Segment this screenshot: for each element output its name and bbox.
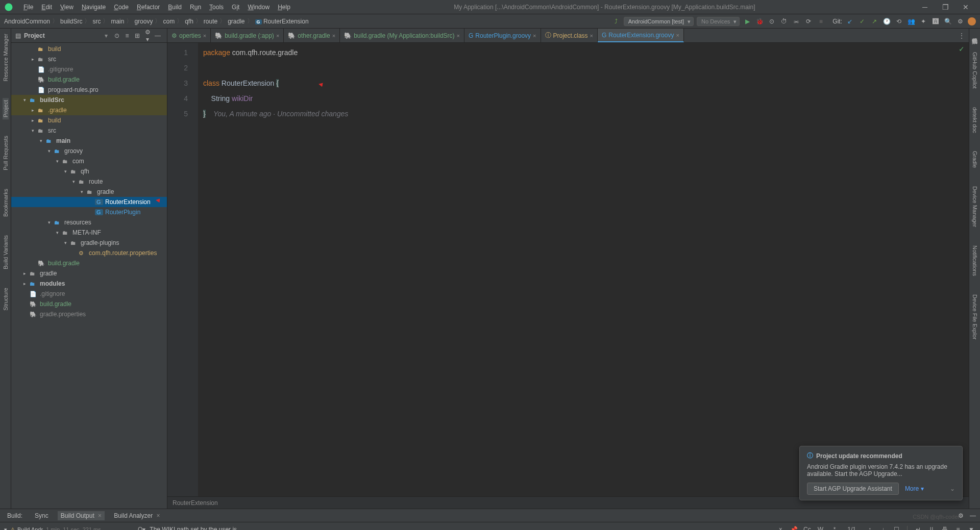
crumb[interactable]: gradle [228, 18, 244, 25]
tree-item[interactable]: GRouterPlugin [11, 207, 167, 217]
tree-item[interactable]: ▸🖿gradle [11, 268, 167, 279]
search-input[interactable]: The WIKI path set by the user is [150, 526, 772, 531]
menu-view[interactable]: View [56, 4, 78, 11]
git-history-icon[interactable]: 🕐 [882, 17, 891, 26]
crumb[interactable]: route [204, 18, 217, 25]
tree-item[interactable]: ▾🖿main [11, 136, 167, 146]
match-case-icon[interactable]: Cc [802, 526, 812, 531]
left-pull-requests[interactable]: Pull Requests [3, 134, 9, 172]
menu-run[interactable]: Run [186, 4, 205, 11]
crumb[interactable]: qfh [185, 18, 193, 25]
code-with-me-icon[interactable]: 👥 [906, 17, 916, 26]
device-combo[interactable]: No Devices [697, 17, 740, 26]
debug-button[interactable]: 🐞 [755, 17, 764, 26]
tree-item[interactable]: ▸🖿modules [11, 279, 167, 289]
run-config-combo[interactable]: AndroidCommon [test] [624, 17, 694, 26]
maximize-button[interactable]: ❐ [935, 3, 955, 11]
left-bookmarks[interactable]: Bookmarks [3, 187, 9, 219]
start-upgrade-button[interactable]: Start AGP Upgrade Assistant [807, 483, 899, 495]
search-close-icon[interactable]: × [776, 526, 785, 531]
tree-item[interactable]: ▾🖿resources [11, 217, 167, 228]
editor-tab[interactable]: 🐘build.gradle (:app)× [211, 29, 284, 42]
menu-refactor[interactable]: Refactor [133, 4, 164, 11]
tree-item[interactable]: 📄.gitignore [11, 64, 167, 74]
menu-code[interactable]: Code [110, 4, 133, 11]
crumb[interactable]: buildSrc [60, 18, 82, 25]
right-copilot[interactable]: GitHub Copilot [972, 50, 978, 91]
right-notifications[interactable]: Notifications [972, 243, 978, 278]
tree-item[interactable]: 🐘gradle.properties [11, 309, 167, 319]
crumb[interactable]: src [92, 18, 101, 25]
close-icon[interactable]: × [276, 33, 279, 39]
left-build-variants[interactable]: Build Variants [3, 233, 9, 271]
sync-button[interactable]: ⟳ [804, 17, 813, 26]
words-icon[interactable]: W [816, 526, 825, 531]
tree-item[interactable]: 📄proguard-rules.pro [11, 85, 167, 95]
build-tree-item[interactable]: ▾⚠Build Andr1 min, 11 sec, 221 ms [2, 524, 132, 530]
tree-item[interactable]: ▾🖿route [11, 176, 167, 187]
stop-button[interactable]: ■ [816, 17, 825, 26]
close-icon[interactable]: × [332, 33, 335, 39]
tree-item[interactable]: ▾🖿src [11, 125, 167, 136]
build-tab-analyzer[interactable]: Build Analyzer × [111, 511, 163, 520]
prev-match-icon[interactable]: ↑ [865, 526, 874, 531]
right-detekt[interactable]: detekt doc [972, 105, 978, 135]
panel-settings-button[interactable]: ⚙ ▾ [142, 29, 153, 43]
close-icon[interactable]: × [590, 33, 593, 39]
chevron-down-icon[interactable]: ⌄ [950, 485, 955, 492]
crumb-current[interactable]: G RouterExtension [255, 18, 309, 25]
crumb[interactable]: AndroidCommon [4, 18, 50, 25]
tree-item[interactable]: ⚙com.qfh.router.properties [11, 248, 167, 258]
right-file-explorer[interactable]: Device File Explor [972, 292, 978, 342]
right-gradle[interactable]: Gradle [972, 149, 978, 170]
ide-tools-icon[interactable]: ✦ [919, 17, 928, 26]
menu-edit[interactable]: Edit [37, 4, 56, 11]
soft-wrap-icon[interactable]: ↵ [914, 526, 923, 531]
regex-icon[interactable]: .* [829, 526, 838, 531]
search-pin-icon[interactable]: 📌 [789, 526, 798, 531]
tree-item[interactable]: 🐘build.gradle [11, 258, 167, 268]
analysis-ok-icon[interactable]: ✓ [959, 45, 965, 53]
more-link[interactable]: More ▾ [905, 485, 924, 492]
locate-button[interactable]: ⊙ [112, 32, 122, 39]
code-content[interactable]: package com.qfh.route.gradle class Route… [198, 43, 969, 496]
git-commit-icon[interactable]: ✓ [857, 17, 867, 26]
minimize-button[interactable]: ─ [915, 3, 935, 11]
scroll-icon[interactable]: ⇊ [927, 526, 936, 531]
tree-item[interactable]: ▾🖿META-INF [11, 228, 167, 238]
select-all-icon[interactable]: ☐ [892, 526, 901, 531]
tree-item[interactable]: ▸🖿build [11, 115, 167, 125]
code-editor[interactable]: 12345 package com.qfh.route.gradle class… [167, 43, 969, 496]
tree-item[interactable]: 🐘build.gradle [11, 74, 167, 85]
clear-icon[interactable]: ≡ [953, 526, 963, 531]
build-tree[interactable]: ▾⚠Build Andr1 min, 11 sec, 221 ms▾⚠:app:… [0, 522, 134, 530]
close-icon[interactable]: × [457, 33, 460, 39]
menu-help[interactable]: Help [274, 4, 295, 11]
tree-item[interactable]: 📄.gitignore [11, 289, 167, 299]
build-tab-sync[interactable]: Sync [32, 511, 52, 520]
right-device-manager[interactable]: Device Manager [972, 184, 978, 229]
editor-tab[interactable]: ⚙operties× [167, 29, 211, 42]
menu-git[interactable]: Git [228, 4, 243, 11]
build-hide-icon[interactable]: — [970, 512, 976, 519]
tree-item[interactable]: ▾🖿qfh [11, 166, 167, 176]
crumb[interactable]: main [111, 18, 124, 25]
close-icon[interactable]: × [676, 32, 679, 38]
menu-tools[interactable]: Tools [205, 4, 228, 11]
close-icon[interactable]: × [98, 512, 102, 519]
git-push-icon[interactable]: ↗ [870, 17, 879, 26]
editor-tab[interactable]: ⓘProject.class× [541, 29, 598, 42]
expand-button[interactable]: ⊞ [132, 32, 142, 39]
settings-icon[interactable]: ⚙ [955, 17, 965, 26]
print-icon[interactable]: 🖶 [940, 526, 949, 531]
tree-item[interactable]: ▾🖿buildSrc [11, 95, 167, 105]
tree-item[interactable]: ▾🖿groovy [11, 146, 167, 156]
collapse-button[interactable]: ≡ [122, 32, 132, 39]
run-button[interactable]: ▶ [743, 17, 752, 26]
tree-item[interactable]: ▾🖿com [11, 156, 167, 166]
tree-item[interactable]: ▾🖿gradle-plugins [11, 238, 167, 248]
menu-build[interactable]: Build [164, 4, 186, 11]
tab-more-icon[interactable]: ⋮ [954, 32, 969, 39]
close-button[interactable]: ✕ [955, 3, 976, 11]
coverage-button[interactable]: ⊙ [767, 17, 776, 26]
